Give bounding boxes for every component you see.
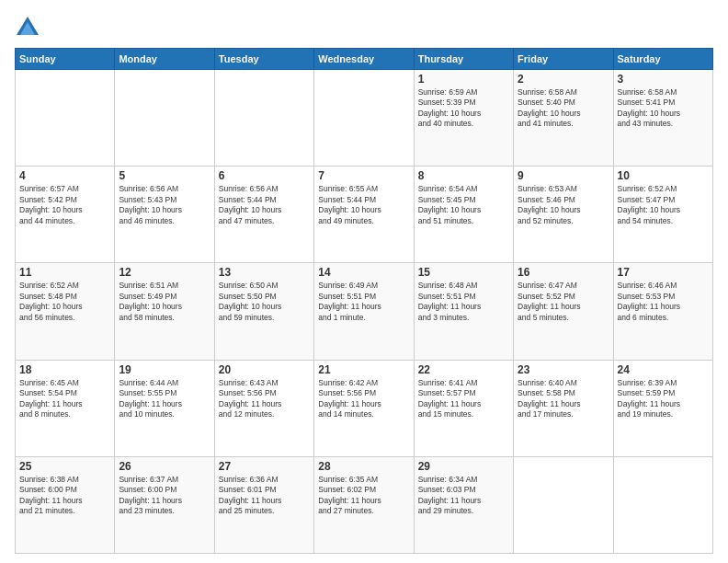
page: SundayMondayTuesdayWednesdayThursdayFrid… xyxy=(0,0,728,563)
cell-day-number: 14 xyxy=(318,266,409,279)
calendar-cell: 27Sunrise: 6:36 AM Sunset: 6:01 PM Dayli… xyxy=(214,456,313,553)
cell-day-number: 25 xyxy=(19,460,110,473)
calendar-header: SundayMondayTuesdayWednesdayThursdayFrid… xyxy=(16,49,713,70)
cell-info: Sunrise: 6:44 AM Sunset: 5:55 PM Dayligh… xyxy=(119,378,210,420)
cell-info: Sunrise: 6:41 AM Sunset: 5:57 PM Dayligh… xyxy=(418,378,509,420)
cell-day-number: 27 xyxy=(219,460,310,473)
cell-day-number: 13 xyxy=(219,266,310,279)
calendar-cell: 1Sunrise: 6:59 AM Sunset: 5:39 PM Daylig… xyxy=(414,70,513,167)
cell-info: Sunrise: 6:56 AM Sunset: 5:43 PM Dayligh… xyxy=(119,184,210,226)
calendar-cell: 12Sunrise: 6:51 AM Sunset: 5:49 PM Dayli… xyxy=(115,263,214,360)
calendar-cell: 6Sunrise: 6:56 AM Sunset: 5:44 PM Daylig… xyxy=(214,167,313,263)
weekday-header-monday: Monday xyxy=(115,49,214,70)
calendar-cell: 13Sunrise: 6:50 AM Sunset: 5:50 PM Dayli… xyxy=(214,263,313,360)
cell-info: Sunrise: 6:37 AM Sunset: 6:00 PM Dayligh… xyxy=(119,475,210,517)
calendar-cell xyxy=(514,456,613,553)
weekday-row: SundayMondayTuesdayWednesdayThursdayFrid… xyxy=(16,49,713,70)
calendar-cell xyxy=(314,70,414,167)
cell-info: Sunrise: 6:47 AM Sunset: 5:52 PM Dayligh… xyxy=(518,281,609,323)
calendar-cell: 28Sunrise: 6:35 AM Sunset: 6:02 PM Dayli… xyxy=(314,456,414,553)
cell-info: Sunrise: 6:56 AM Sunset: 5:44 PM Dayligh… xyxy=(219,184,310,226)
cell-day-number: 22 xyxy=(418,363,509,376)
calendar-cell: 5Sunrise: 6:56 AM Sunset: 5:43 PM Daylig… xyxy=(115,167,214,263)
weekday-header-saturday: Saturday xyxy=(613,49,712,70)
cell-info: Sunrise: 6:49 AM Sunset: 5:51 PM Dayligh… xyxy=(318,281,409,323)
calendar-cell: 20Sunrise: 6:43 AM Sunset: 5:56 PM Dayli… xyxy=(214,360,313,456)
cell-day-number: 4 xyxy=(19,169,110,182)
cell-info: Sunrise: 6:58 AM Sunset: 5:40 PM Dayligh… xyxy=(518,87,609,130)
week-row-2: 4Sunrise: 6:57 AM Sunset: 5:42 PM Daylig… xyxy=(16,167,713,263)
cell-day-number: 7 xyxy=(318,169,409,182)
cell-day-number: 6 xyxy=(219,169,310,182)
calendar-cell: 25Sunrise: 6:38 AM Sunset: 6:00 PM Dayli… xyxy=(16,456,115,553)
calendar-cell xyxy=(16,70,115,167)
cell-day-number: 12 xyxy=(119,266,210,279)
cell-info: Sunrise: 6:57 AM Sunset: 5:42 PM Dayligh… xyxy=(19,184,110,226)
calendar-cell xyxy=(115,70,214,167)
calendar-cell: 11Sunrise: 6:52 AM Sunset: 5:48 PM Dayli… xyxy=(16,263,115,360)
cell-info: Sunrise: 6:55 AM Sunset: 5:44 PM Dayligh… xyxy=(318,184,409,226)
calendar-cell: 26Sunrise: 6:37 AM Sunset: 6:00 PM Dayli… xyxy=(115,456,214,553)
cell-info: Sunrise: 6:45 AM Sunset: 5:54 PM Dayligh… xyxy=(19,378,110,420)
calendar-cell: 18Sunrise: 6:45 AM Sunset: 5:54 PM Dayli… xyxy=(16,360,115,456)
cell-info: Sunrise: 6:36 AM Sunset: 6:01 PM Dayligh… xyxy=(219,475,310,517)
cell-day-number: 23 xyxy=(518,363,609,376)
logo-icon xyxy=(15,15,40,40)
calendar-cell xyxy=(613,456,712,553)
cell-info: Sunrise: 6:40 AM Sunset: 5:58 PM Dayligh… xyxy=(518,378,609,420)
calendar-cell: 29Sunrise: 6:34 AM Sunset: 6:03 PM Dayli… xyxy=(414,456,513,553)
weekday-header-friday: Friday xyxy=(514,49,613,70)
calendar-cell: 8Sunrise: 6:54 AM Sunset: 5:45 PM Daylig… xyxy=(414,167,513,263)
cell-info: Sunrise: 6:52 AM Sunset: 5:47 PM Dayligh… xyxy=(618,184,709,226)
cell-info: Sunrise: 6:52 AM Sunset: 5:48 PM Dayligh… xyxy=(19,281,110,323)
cell-day-number: 1 xyxy=(418,73,509,86)
cell-day-number: 18 xyxy=(19,363,110,376)
week-row-5: 25Sunrise: 6:38 AM Sunset: 6:00 PM Dayli… xyxy=(16,456,713,553)
cell-info: Sunrise: 6:59 AM Sunset: 5:39 PM Dayligh… xyxy=(418,87,509,130)
cell-day-number: 11 xyxy=(19,266,110,279)
calendar-cell: 21Sunrise: 6:42 AM Sunset: 5:56 PM Dayli… xyxy=(314,360,414,456)
weekday-header-wednesday: Wednesday xyxy=(314,49,414,70)
cell-info: Sunrise: 6:46 AM Sunset: 5:53 PM Dayligh… xyxy=(618,281,709,323)
cell-info: Sunrise: 6:42 AM Sunset: 5:56 PM Dayligh… xyxy=(318,378,409,420)
cell-info: Sunrise: 6:38 AM Sunset: 6:00 PM Dayligh… xyxy=(19,475,110,517)
cell-day-number: 16 xyxy=(518,266,609,279)
week-row-3: 11Sunrise: 6:52 AM Sunset: 5:48 PM Dayli… xyxy=(16,263,713,360)
cell-day-number: 9 xyxy=(518,169,609,182)
week-row-1: 1Sunrise: 6:59 AM Sunset: 5:39 PM Daylig… xyxy=(16,70,713,167)
cell-info: Sunrise: 6:39 AM Sunset: 5:59 PM Dayligh… xyxy=(618,378,709,420)
cell-day-number: 3 xyxy=(618,73,709,86)
weekday-header-sunday: Sunday xyxy=(16,49,115,70)
weekday-header-tuesday: Tuesday xyxy=(214,49,313,70)
cell-info: Sunrise: 6:35 AM Sunset: 6:02 PM Dayligh… xyxy=(318,475,409,517)
cell-day-number: 8 xyxy=(418,169,509,182)
calendar-body: 1Sunrise: 6:59 AM Sunset: 5:39 PM Daylig… xyxy=(16,70,713,554)
cell-info: Sunrise: 6:58 AM Sunset: 5:41 PM Dayligh… xyxy=(618,87,709,130)
cell-info: Sunrise: 6:53 AM Sunset: 5:46 PM Dayligh… xyxy=(518,184,609,226)
cell-info: Sunrise: 6:50 AM Sunset: 5:50 PM Dayligh… xyxy=(219,281,310,323)
cell-day-number: 21 xyxy=(318,363,409,376)
calendar-cell: 22Sunrise: 6:41 AM Sunset: 5:57 PM Dayli… xyxy=(414,360,513,456)
cell-day-number: 17 xyxy=(618,266,709,279)
cell-day-number: 19 xyxy=(119,363,210,376)
cell-day-number: 2 xyxy=(518,73,609,86)
cell-day-number: 5 xyxy=(119,169,210,182)
calendar-cell xyxy=(214,70,313,167)
calendar-cell: 9Sunrise: 6:53 AM Sunset: 5:46 PM Daylig… xyxy=(514,167,613,263)
calendar-cell: 23Sunrise: 6:40 AM Sunset: 5:58 PM Dayli… xyxy=(514,360,613,456)
calendar-cell: 15Sunrise: 6:48 AM Sunset: 5:51 PM Dayli… xyxy=(414,263,513,360)
cell-info: Sunrise: 6:43 AM Sunset: 5:56 PM Dayligh… xyxy=(219,378,310,420)
cell-day-number: 10 xyxy=(618,169,709,182)
cell-info: Sunrise: 6:34 AM Sunset: 6:03 PM Dayligh… xyxy=(418,475,509,517)
calendar-cell: 7Sunrise: 6:55 AM Sunset: 5:44 PM Daylig… xyxy=(314,167,414,263)
cell-info: Sunrise: 6:54 AM Sunset: 5:45 PM Dayligh… xyxy=(418,184,509,226)
cell-day-number: 28 xyxy=(318,460,409,473)
cell-info: Sunrise: 6:48 AM Sunset: 5:51 PM Dayligh… xyxy=(418,281,509,323)
calendar-cell: 2Sunrise: 6:58 AM Sunset: 5:40 PM Daylig… xyxy=(514,70,613,167)
cell-day-number: 26 xyxy=(119,460,210,473)
logo xyxy=(15,15,44,40)
calendar-cell: 24Sunrise: 6:39 AM Sunset: 5:59 PM Dayli… xyxy=(613,360,712,456)
calendar-cell: 19Sunrise: 6:44 AM Sunset: 5:55 PM Dayli… xyxy=(115,360,214,456)
calendar-cell: 3Sunrise: 6:58 AM Sunset: 5:41 PM Daylig… xyxy=(613,70,712,167)
weekday-header-thursday: Thursday xyxy=(414,49,513,70)
